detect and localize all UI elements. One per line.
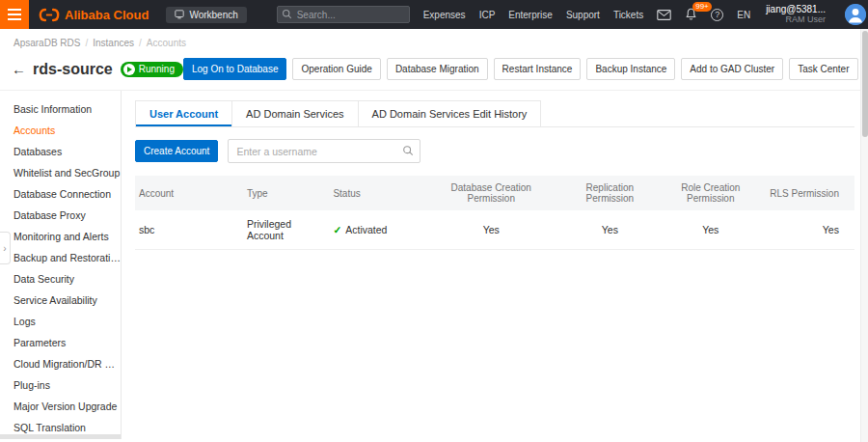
col-database-creation-permission: Database Creation Permission: [422, 176, 559, 210]
avatar[interactable]: [845, 4, 866, 25]
sidebar: Basic Information Accounts Databases Whi…: [0, 91, 122, 439]
add-to-gad-cluster-button[interactable]: Add to GAD Cluster: [681, 58, 783, 80]
alibaba-cloud-logo[interactable]: Alibaba Cloud: [39, 8, 149, 22]
global-search: [277, 6, 410, 23]
topbar: Alibaba Cloud Workbench Expenses ICP Ent…: [0, 0, 868, 29]
notification-badge: 99+: [692, 2, 712, 12]
sidebar-item-databases[interactable]: Databases: [0, 141, 121, 162]
col-status: Status: [329, 181, 422, 206]
running-play-icon: [123, 64, 135, 75]
search-icon: [282, 9, 292, 19]
main-panel: User Account AD Domain Services AD Domai…: [122, 91, 868, 439]
chevron-right-icon: ›: [3, 243, 6, 254]
operation-guide-button[interactable]: Operation Guide: [292, 58, 380, 80]
cell-replication-permission: Yes: [559, 216, 660, 243]
cell-status: ✓Activated: [329, 216, 422, 243]
workbench-button[interactable]: Workbench: [166, 7, 246, 23]
brand-text: Alibaba Cloud: [65, 8, 149, 22]
breadcrumb-separator: /: [139, 38, 142, 48]
cell-account: sbc: [135, 216, 243, 243]
account-search-input[interactable]: [228, 139, 420, 163]
sidebar-item-logs[interactable]: Logs: [0, 311, 121, 332]
hamburger-menu-icon[interactable]: [0, 0, 29, 29]
search-icon: [402, 145, 414, 156]
mail-icon: [657, 10, 671, 20]
language-selector[interactable]: EN: [737, 10, 750, 20]
accounts-toolbar: Create Account: [135, 139, 854, 163]
alibaba-cloud-logo-icon: [39, 8, 60, 22]
database-migration-button[interactable]: Database Migration: [387, 58, 488, 80]
sidebar-item-monitoring-alerts[interactable]: Monitoring and Alerts: [0, 226, 121, 247]
user-name: jiang@5381...: [766, 4, 826, 14]
restart-instance-button[interactable]: Restart Instance: [494, 58, 582, 80]
nav-icp[interactable]: ICP: [479, 10, 496, 20]
sidebar-item-data-security[interactable]: Data Security: [0, 268, 121, 290]
cell-type: Privileged Account: [243, 210, 330, 249]
global-search-input[interactable]: [277, 6, 410, 23]
sidebar-item-database-connection[interactable]: Database Connection: [0, 183, 121, 205]
user-role: RAM User: [766, 14, 826, 25]
sidebar-item-service-availability[interactable]: Service Availability: [0, 290, 121, 311]
messages-button[interactable]: [657, 10, 671, 20]
workbench-icon: [175, 10, 184, 19]
status-badge: Running: [121, 62, 183, 77]
back-arrow-icon[interactable]: ←: [12, 61, 26, 77]
create-account-button[interactable]: Create Account: [135, 140, 218, 162]
tab-ad-domain-services[interactable]: AD Domain Services: [232, 100, 358, 126]
status-text: Activated: [345, 224, 387, 235]
task-center-button[interactable]: Task Center: [789, 58, 857, 80]
breadcrumb: ApsaraDB RDS / Instances / Accounts: [0, 29, 868, 52]
content: Basic Information Accounts Databases Whi…: [0, 90, 868, 439]
sidebar-collapse-handle[interactable]: ›: [0, 232, 11, 264]
topbar-nav: Expenses ICP Enterprise Support Tickets …: [423, 4, 868, 25]
sidebar-item-whitelist-secgroup[interactable]: Whitelist and SecGroup: [0, 162, 121, 183]
col-rls-permission: RLS Permission: [761, 181, 854, 206]
page-title: rds-source: [33, 61, 113, 78]
account-search: [228, 139, 420, 163]
cell-database-creation-permission: Yes: [422, 216, 559, 243]
col-role-creation-permission: Role Creation Permission: [661, 176, 761, 210]
log-on-to-database-button[interactable]: Log On to Database: [183, 58, 287, 80]
col-account: Account: [135, 181, 243, 206]
table-body: sbc Privileged Account ✓Activated Yes Ye…: [135, 210, 854, 250]
breadcrumb-separator: /: [85, 38, 88, 48]
accounts-table: Account Type Status Database Creation Pe…: [135, 176, 854, 250]
sidebar-item-database-proxy[interactable]: Database Proxy: [0, 205, 121, 226]
status-label: Running: [139, 64, 175, 74]
breadcrumb-apsaradb-rds[interactable]: ApsaraDB RDS: [14, 38, 80, 48]
page-header: ← rds-source Running Log On to Database …: [0, 52, 868, 90]
account-menu[interactable]: jiang@5381... RAM User: [766, 4, 826, 25]
tabs: User Account AD Domain Services AD Domai…: [135, 100, 854, 127]
table-header-row: Account Type Status Database Creation Pe…: [135, 176, 854, 210]
page-scrollbar: [860, 29, 868, 442]
breadcrumb-instances[interactable]: Instances: [93, 38, 134, 48]
header-actions: Log On to Database Operation Guide Datab…: [183, 58, 868, 80]
workbench-label: Workbench: [189, 10, 237, 20]
breadcrumb-accounts: Accounts: [147, 38, 186, 48]
scrollbar-thumb[interactable]: [862, 31, 868, 137]
sidebar-item-plug-ins[interactable]: Plug-ins: [0, 374, 121, 396]
nav-enterprise[interactable]: Enterprise: [508, 10, 553, 20]
sidebar-item-backup-restoration[interactable]: Backup and Restoration: [0, 247, 121, 268]
table-row: sbc Privileged Account ✓Activated Yes Ye…: [135, 210, 854, 250]
sidebar-scrollbar[interactable]: [0, 434, 121, 439]
sidebar-item-cloud-migration-dr[interactable]: Cloud Migration/DR Depl...: [0, 353, 121, 374]
backup-instance-button[interactable]: Backup Instance: [586, 58, 675, 80]
col-replication-permission: Replication Permission: [559, 176, 660, 210]
nav-expenses[interactable]: Expenses: [423, 10, 466, 20]
nav-support[interactable]: Support: [566, 10, 600, 20]
nav-tickets[interactable]: Tickets: [613, 10, 643, 20]
tab-user-account[interactable]: User Account: [135, 100, 232, 126]
question-icon: ?: [715, 10, 719, 19]
help-button[interactable]: ?: [711, 9, 723, 21]
cell-role-creation-permission: Yes: [661, 216, 761, 243]
notifications-button[interactable]: 99+: [685, 8, 697, 21]
sidebar-item-parameters[interactable]: Parameters: [0, 332, 121, 353]
sidebar-item-major-version-upgrade[interactable]: Major Version Upgrade: [0, 396, 121, 417]
sidebar-item-accounts[interactable]: Accounts: [0, 120, 121, 141]
check-icon: ✓: [333, 224, 341, 235]
tab-ad-domain-services-edit-history[interactable]: AD Domain Services Edit History: [359, 100, 542, 126]
cell-rls-permission: Yes: [761, 216, 854, 243]
col-type: Type: [243, 181, 330, 206]
sidebar-item-basic-information[interactable]: Basic Information: [0, 98, 121, 120]
